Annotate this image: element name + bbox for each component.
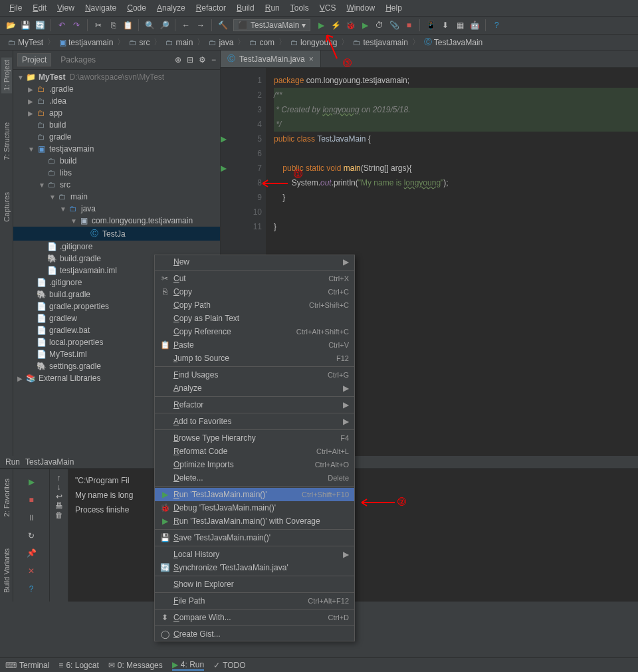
find-icon[interactable]: 🔍 xyxy=(143,19,156,32)
collapse-icon[interactable]: ⊟ xyxy=(187,55,193,64)
pin-icon[interactable]: 📌 xyxy=(23,546,39,561)
tree-item[interactable]: ⒸTestJa xyxy=(13,227,220,241)
crumb-src[interactable]: 🗀src xyxy=(126,37,152,49)
tree-root[interactable]: ▼ 📁 MyTest D:\aworkspace\svn\MyTest xyxy=(13,71,220,83)
menu-code[interactable]: Code xyxy=(122,1,152,15)
status-messages[interactable]: ✉0: Messages xyxy=(108,661,163,670)
undo-icon[interactable]: ↶ xyxy=(55,19,68,32)
menu-item[interactable]: Browse Type HierarchyF4 xyxy=(155,431,354,445)
crumb-testjavamain[interactable]: 🗀testjavamain xyxy=(350,37,410,49)
scroll-from-icon[interactable]: ⊕ xyxy=(175,55,181,64)
tree-item[interactable]: 🗀gradle xyxy=(13,131,220,143)
menu-view[interactable]: View xyxy=(52,1,80,15)
menu-help[interactable]: Help xyxy=(380,1,407,15)
tree-item[interactable]: ▼▣com.longyoung.testjavamain xyxy=(13,215,220,227)
paste-icon[interactable]: 📋 xyxy=(121,19,134,32)
crumb-longyoung[interactable]: 🗀longyoung xyxy=(288,37,340,49)
menu-item[interactable]: ◯Create Gist... xyxy=(155,627,354,641)
crumb-mytest[interactable]: 🗀MyTest xyxy=(5,37,46,49)
hide-icon[interactable]: − xyxy=(211,55,216,64)
menu-item[interactable]: Add to Favorites▶ xyxy=(155,415,354,428)
editor-tab[interactable]: Ⓒ TestJavaMain.java × xyxy=(221,51,321,67)
tree-item[interactable]: ▶🗀app xyxy=(13,107,220,119)
status-terminal[interactable]: ⌨Terminal xyxy=(5,661,49,670)
stop-icon[interactable]: ■ xyxy=(402,19,415,32)
sync-icon[interactable]: 🔄 xyxy=(33,19,47,32)
tool-captures[interactable]: Captures xyxy=(1,189,12,225)
menu-item[interactable]: Show in Explorer xyxy=(155,578,354,591)
menu-file[interactable]: File xyxy=(4,1,27,15)
menu-item[interactable]: 📋PasteCtrl+V xyxy=(155,338,354,352)
tree-item[interactable]: ▼🗀src xyxy=(13,179,220,191)
menu-item[interactable]: Local History▶ xyxy=(155,548,354,561)
redo-icon[interactable]: ↷ xyxy=(70,19,83,32)
crumb-java[interactable]: 🗀java xyxy=(206,37,236,49)
menu-item[interactable]: Find UsagesCtrl+G xyxy=(155,368,354,382)
status-logcat[interactable]: ≡6: Logcat xyxy=(58,661,98,670)
tool-build-variants[interactable]: Build Variants xyxy=(1,546,12,596)
tree-item[interactable]: ▼🗀main xyxy=(13,191,220,203)
menu-item[interactable]: ✂CutCtrl+X xyxy=(155,272,354,285)
menu-item[interactable]: Optimize ImportsCtrl+Alt+O xyxy=(155,458,354,471)
menu-run[interactable]: Run xyxy=(260,1,285,15)
menu-item[interactable]: ▶Run 'TestJavaMain.main()'Ctrl+Shift+F10 xyxy=(155,488,354,501)
tree-item[interactable]: 🗀build xyxy=(13,119,220,131)
copy-icon[interactable]: ⎘ xyxy=(106,19,120,32)
open-icon[interactable]: 📂 xyxy=(4,19,17,32)
coverage-icon[interactable]: ▶ xyxy=(358,19,372,32)
profile-icon[interactable]: ⏱ xyxy=(373,19,386,32)
menu-item[interactable]: 💾Save 'TestJavaMain.main()' xyxy=(155,531,354,544)
menu-item[interactable]: Copy as Plain Text xyxy=(155,312,354,325)
menu-item[interactable]: Copy ReferenceCtrl+Alt+Shift+C xyxy=(155,325,354,338)
menu-item[interactable]: ⎘CopyCtrl+C xyxy=(155,285,354,298)
menu-item[interactable]: New▶ xyxy=(155,255,354,269)
restart-icon[interactable]: ↻ xyxy=(23,528,39,543)
menu-item[interactable]: Jump to SourceF12 xyxy=(155,352,354,365)
save-icon[interactable]: 💾 xyxy=(19,19,32,32)
help-icon[interactable]: ? xyxy=(490,19,503,32)
close2-icon[interactable]: ✕ xyxy=(23,564,39,579)
forward-icon[interactable]: → xyxy=(194,19,207,32)
menu-build[interactable]: Build xyxy=(231,1,260,15)
tree-item[interactable]: 🗀build xyxy=(13,155,220,167)
menu-item[interactable]: Copy PathCtrl+Shift+C xyxy=(155,298,354,312)
tree-item[interactable]: 🗀libs xyxy=(13,167,220,179)
help2-icon[interactable]: ? xyxy=(23,581,39,596)
menu-item[interactable]: Delete...Delete xyxy=(155,471,354,485)
menu-item[interactable]: File PathCtrl+Alt+F12 xyxy=(155,594,354,608)
tree-item[interactable]: ▶🗀.idea xyxy=(13,95,220,107)
stop-run-icon[interactable]: ■ xyxy=(23,493,39,508)
settings-icon[interactable]: ⚙ xyxy=(199,55,206,64)
back-icon[interactable]: ← xyxy=(179,19,193,32)
menu-refactor[interactable]: Refactor xyxy=(191,1,231,15)
run-config-selector[interactable]: ⬛ TestJavaMain ▾ xyxy=(233,19,310,31)
layout-icon[interactable]: ▦ xyxy=(453,19,467,32)
replace-icon[interactable]: 🔎 xyxy=(158,19,171,32)
tree-item[interactable]: ▼🗀java xyxy=(13,203,220,215)
crumb-main[interactable]: 🗀main xyxy=(163,37,195,49)
rerun-icon[interactable]: ▶ xyxy=(23,475,39,490)
status-run[interactable]: ▶4: Run xyxy=(172,660,204,671)
menu-item[interactable]: 🔄Synchronize 'TestJavaMain.java' xyxy=(155,561,354,574)
sdk-icon[interactable]: ⬇ xyxy=(439,19,452,32)
menu-item[interactable]: Reformat CodeCtrl+Alt+L xyxy=(155,445,354,458)
tool-structure[interactable]: 7: Structure xyxy=(1,120,12,163)
down-icon[interactable]: ↓ xyxy=(57,483,61,492)
menu-item[interactable]: 🐞Debug 'TestJavaMain.main()' xyxy=(155,501,354,514)
wrap-icon[interactable]: ↩ xyxy=(56,492,62,501)
tree-item[interactable]: ▶🗀.gradle xyxy=(13,83,220,95)
menu-item[interactable]: ▶Run 'TestJavaMain.main()' with Coverage xyxy=(155,514,354,528)
menu-item[interactable]: ⬍Compare With...Ctrl+D xyxy=(155,611,354,624)
tree-item[interactable]: ▼▣testjavamain xyxy=(13,143,220,155)
menu-analyze[interactable]: Analyze xyxy=(152,1,191,15)
crumb-testjavamain[interactable]: ▣testjavamain xyxy=(56,37,116,49)
menu-navigate[interactable]: Navigate xyxy=(80,1,122,15)
packages-tab[interactable]: Packages xyxy=(56,54,100,66)
attach-icon[interactable]: 📎 xyxy=(387,19,401,32)
menu-edit[interactable]: Edit xyxy=(27,1,52,15)
pause-icon[interactable]: ⏸ xyxy=(23,510,39,525)
tool-favorites[interactable]: 2: Favorites xyxy=(1,476,12,519)
tool-project[interactable]: 1: Project xyxy=(1,57,12,93)
menu-window[interactable]: Window xyxy=(341,1,380,15)
up-icon[interactable]: ↑ xyxy=(57,473,61,483)
